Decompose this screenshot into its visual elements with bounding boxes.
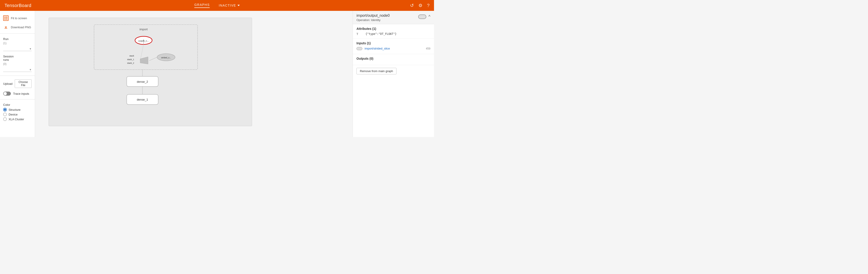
- sidebar-divider-2: [0, 75, 35, 76]
- svg-rect-0: [4, 17, 5, 18]
- info-panel-title-group: import/output_node0 Operation: Identity: [356, 13, 390, 22]
- svg-rect-1: [6, 17, 7, 18]
- input-count: 459: [426, 47, 430, 50]
- outputs-section: Outputs (0): [353, 54, 434, 65]
- help-button[interactable]: ?: [427, 3, 430, 8]
- svg-marker-14: [140, 57, 148, 64]
- header-icons: ↺ ⚙ ?: [410, 3, 430, 8]
- status-dropdown-arrow: [237, 5, 240, 6]
- run-count: (1): [0, 41, 35, 46]
- input-link[interactable]: import/strided_slice: [365, 47, 390, 50]
- attr-row: T {"type":"DT_FLOAT"}: [356, 32, 430, 36]
- fit-screen-icon: [3, 16, 8, 21]
- info-node-icon: [418, 14, 426, 19]
- sidebar-divider-3: [0, 99, 35, 99]
- refresh-button[interactable]: ↺: [410, 3, 414, 8]
- svg-text:strided_s...: strided_s...: [161, 57, 171, 59]
- status-dropdown[interactable]: INACTIVE: [219, 4, 240, 7]
- run-select-row: ▼: [0, 46, 35, 53]
- svg-text:dense_1: dense_1: [137, 98, 148, 101]
- download-label: Download PNG: [11, 26, 31, 29]
- run-label: Run: [0, 35, 35, 41]
- attr-value: {"type":"DT_FLOAT"}: [366, 32, 397, 35]
- svg-text:import: import: [140, 28, 148, 31]
- download-png-item[interactable]: Download PNG: [0, 23, 35, 32]
- svg-rect-2: [4, 19, 5, 20]
- fit-to-screen-item[interactable]: Fit to screen: [0, 13, 35, 23]
- download-icon: [3, 24, 8, 30]
- svg-text:stack: stack: [129, 55, 134, 57]
- graph-canvas[interactable]: import output_n... strided_s... stack st…: [49, 18, 252, 126]
- radio-xla[interactable]: XLA Cluster: [3, 117, 32, 121]
- input-row: import/strided_slice 459: [356, 47, 430, 50]
- sidebar: Fit to screen Download PNG Run (1) ▼ Ses…: [0, 11, 35, 137]
- app-logo: TensorBoard: [4, 3, 31, 8]
- svg-text:stack_1: stack_1: [127, 58, 134, 61]
- info-panel: import/output_node0 Operation: Identity …: [352, 11, 434, 137]
- session-count: (0): [0, 62, 35, 67]
- radio-xla-input[interactable]: [3, 117, 7, 121]
- info-panel-header: import/output_node0 Operation: Identity …: [353, 11, 434, 24]
- trace-toggle[interactable]: [3, 92, 11, 96]
- outputs-title: Outputs (0): [356, 57, 430, 60]
- info-panel-title: import/output_node0: [356, 13, 390, 18]
- radio-structure-input[interactable]: [3, 108, 7, 112]
- radio-device-label: Device: [8, 113, 18, 116]
- info-panel-operation: Operation: Identity: [356, 18, 390, 22]
- graph-area[interactable]: import output_n... strided_s... stack st…: [35, 11, 352, 137]
- svg-text:stack_2: stack_2: [127, 62, 134, 64]
- radio-structure-label: Structure: [8, 108, 21, 112]
- attr-key: T: [356, 32, 363, 36]
- inputs-title: Inputs (1): [356, 41, 430, 45]
- upload-row: Upload Choose File: [0, 78, 35, 90]
- radio-xla-label: XLA Cluster: [8, 118, 24, 121]
- svg-text:dense_2: dense_2: [137, 80, 148, 84]
- header: TensorBoard GRAPHS INACTIVE ↺ ⚙ ?: [0, 0, 434, 11]
- svg-line-16: [149, 57, 157, 61]
- trace-row: Trace inputs: [0, 90, 35, 97]
- graph-svg: import output_n... strided_s... stack st…: [49, 18, 252, 126]
- run-select[interactable]: [3, 47, 32, 51]
- color-label: Color: [3, 103, 32, 106]
- input-node-icon: [356, 47, 362, 50]
- tab-graphs[interactable]: GRAPHS: [194, 3, 210, 8]
- choose-file-button[interactable]: Choose File: [15, 79, 32, 88]
- session-select[interactable]: [3, 67, 32, 72]
- toggle-knob: [4, 92, 7, 95]
- header-nav: GRAPHS INACTIVE: [194, 3, 240, 8]
- fit-screen-label: Fit to screen: [11, 17, 27, 20]
- color-section: Color Structure Device XLA Cluster: [0, 101, 35, 123]
- main-layout: Fit to screen Download PNG Run (1) ▼ Ses…: [0, 11, 434, 137]
- attributes-title: Attributes (1): [356, 27, 430, 31]
- status-label: INACTIVE: [219, 4, 236, 7]
- settings-button[interactable]: ⚙: [418, 3, 423, 8]
- radio-device-input[interactable]: [3, 113, 7, 116]
- session-runs-label: Sessionruns: [0, 53, 35, 62]
- radio-structure[interactable]: Structure: [3, 108, 32, 112]
- remove-from-main-graph-button[interactable]: Remove from main graph: [356, 68, 397, 74]
- svg-rect-4: [4, 28, 7, 29]
- info-panel-close-button[interactable]: ^: [429, 14, 430, 19]
- attributes-section: Attributes (1) T {"type":"DT_FLOAT"}: [353, 24, 434, 39]
- upload-label: Upload: [3, 82, 12, 86]
- inputs-section: Inputs (1) import/strided_slice 459: [353, 39, 434, 54]
- trace-label: Trace inputs: [13, 92, 29, 95]
- svg-rect-3: [6, 19, 7, 20]
- radio-device[interactable]: Device: [3, 113, 32, 116]
- sidebar-divider-1: [0, 33, 35, 34]
- session-select-row: ▼: [0, 67, 35, 74]
